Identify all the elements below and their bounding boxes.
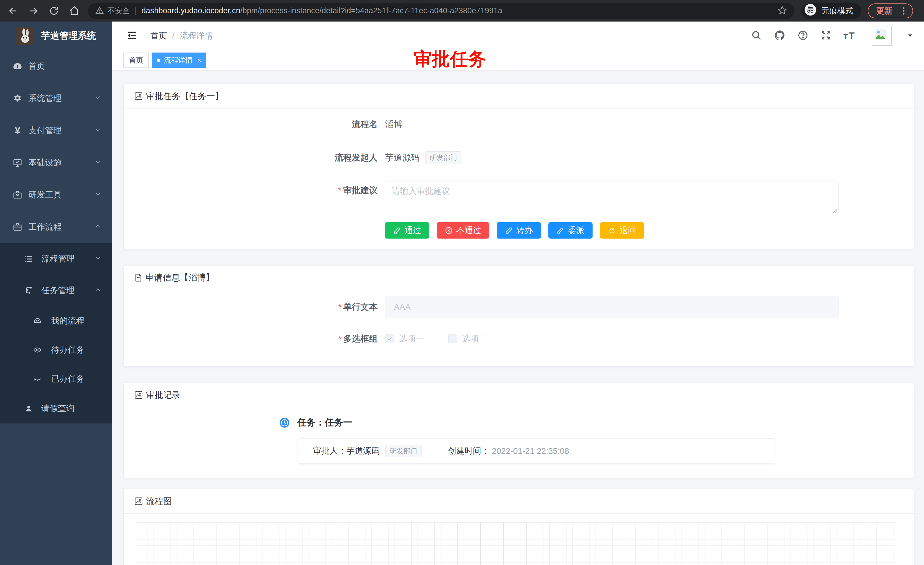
reload-icon[interactable] — [49, 6, 59, 16]
sidebar-item-todo-tasks[interactable]: 待办任务 — [0, 335, 112, 364]
sidebar-item-infra[interactable]: 基础设施 — [0, 147, 112, 179]
tab-close-icon[interactable]: × — [197, 57, 201, 64]
initiator-value: 芋道源码 研发部门 — [385, 151, 461, 164]
card-header: 审批任务【任务一】 — [124, 84, 914, 108]
security-warning-icon — [95, 6, 104, 16]
transfer-button[interactable]: 转办 — [497, 222, 541, 239]
return-button[interactable]: 退回 — [600, 222, 644, 239]
sidebar-item-label: 工作流程 — [28, 221, 62, 233]
card-title: 流程图 — [146, 496, 172, 507]
sidebar-item-label: 系统管理 — [28, 93, 62, 104]
suggestion-textarea-wrap — [385, 180, 838, 214]
forward-icon[interactable] — [28, 6, 39, 17]
sidebar-item-label: 首页 — [28, 60, 45, 72]
card-header: 审批记录 — [124, 383, 914, 407]
app-title: 芋道管理系统 — [41, 30, 96, 42]
process-diagram-card: 流程图 — [123, 489, 914, 565]
document-icon — [134, 273, 142, 282]
fullscreen-icon[interactable] — [820, 30, 831, 42]
card-header: 流程图 — [124, 489, 914, 514]
checkbox-checked-icon — [385, 335, 394, 343]
chevron-down-icon — [94, 158, 102, 168]
sidebar-item-home[interactable]: 首页 — [0, 50, 112, 83]
url-text: dashboard.yudao.iocoder.cn/bpm/process-i… — [141, 6, 502, 15]
approver-info: 审批人：芋道源码 研发部门 — [313, 445, 422, 457]
update-label: 更新 — [876, 6, 892, 17]
address-bar[interactable]: 不安全 dashboard.yudao.iocoder.cn/bpm/proce… — [88, 3, 794, 19]
avatar[interactable] — [872, 26, 892, 46]
breadcrumb-separator: / — [172, 31, 174, 41]
sidebar-item-label: 请假查询 — [41, 403, 75, 414]
page-content: 审批任务【任务一】 流程名 滔博 流程发起人 芋道源码 研发部门 — [112, 70, 924, 565]
breadcrumb: 首页 / 流程详情 — [150, 30, 213, 42]
approve-button[interactable]: 通过 — [385, 222, 429, 239]
picture-icon — [134, 391, 143, 400]
checkbox-option1[interactable]: 选项一 — [385, 333, 424, 344]
dept-tag: 研发部门 — [425, 151, 461, 164]
record-item: 审批人：芋道源码 研发部门 创建时间： 2022-01-21 22:35:08 — [298, 439, 775, 464]
sidebar-item-label: 基础设施 — [28, 157, 62, 168]
sidebar-item-label: 研发工具 — [28, 189, 62, 201]
bpmn-canvas[interactable] — [136, 522, 895, 565]
tab-home[interactable]: 首页 — [123, 53, 148, 68]
incognito-label: 无痕模式 — [821, 6, 854, 17]
sidebar-item-workflow[interactable]: 工作流程 — [0, 211, 112, 243]
card-title: 审批任务【任务一】 — [146, 90, 224, 102]
avatar-caret-icon[interactable] — [907, 32, 914, 40]
sidebar-item-label: 我的流程 — [51, 315, 84, 327]
created-time: 创建时间： 2022-01-21 22:35:08 — [448, 445, 569, 457]
sidebar-item-task-mgmt[interactable]: 任务管理 — [0, 275, 112, 307]
update-button[interactable]: 更新 — [868, 3, 913, 18]
card-title: 审批记录 — [146, 389, 180, 401]
checkbox-unchecked-icon — [448, 335, 457, 343]
chevron-down-icon — [94, 126, 102, 135]
help-icon[interactable] — [798, 30, 808, 42]
chevron-down-icon — [94, 190, 102, 200]
search-icon[interactable] — [751, 30, 762, 42]
tab-process-detail[interactable]: 流程详情 × — [152, 53, 206, 68]
annotation-text: 审批任务 — [414, 47, 486, 72]
back-icon[interactable] — [8, 6, 18, 17]
checkbox-option2[interactable]: 选项二 — [448, 333, 487, 344]
approval-records-card: 审批记录 任务：任务一 审批人：芋道源码 研发部门 创建时间： — [123, 383, 914, 478]
process-name-label: 流程名 — [124, 119, 378, 130]
tags-view-bar: 首页 流程详情 × — [112, 50, 924, 70]
toolbox-icon — [12, 190, 22, 200]
timeline-clock-icon — [279, 418, 290, 428]
breadcrumb-home[interactable]: 首页 — [150, 30, 167, 42]
sidebar-item-label: 流程管理 — [41, 253, 75, 265]
suggestion-textarea[interactable] — [386, 181, 838, 214]
browser-menu-icon[interactable] — [899, 6, 908, 16]
sidebar-item-system[interactable]: 系统管理 — [0, 83, 112, 114]
home-icon[interactable] — [69, 6, 80, 17]
sidebar-item-leave-query[interactable]: 请假查询 — [0, 393, 112, 424]
apply-info-card: 申请信息【滔博】 *单行文本 *多选框组 选项一 — [123, 265, 914, 367]
security-label: 不安全 — [107, 6, 130, 16]
tab-label: 流程详情 — [164, 56, 192, 65]
resize-grip[interactable] — [833, 209, 837, 213]
yuan-icon: ¥ — [12, 125, 22, 137]
chevron-down-icon — [94, 94, 102, 103]
reject-button[interactable]: 不通过 — [437, 222, 489, 239]
sidebar-fold-icon[interactable] — [126, 30, 138, 42]
font-size-icon[interactable]: ᴛT — [843, 30, 855, 41]
sidebar-item-my-process[interactable]: 我的流程 — [0, 307, 112, 335]
sidebar-item-devtools[interactable]: 研发工具 — [0, 179, 112, 211]
sidebar-item-label: 支付管理 — [28, 125, 62, 136]
sidebar-item-done-tasks[interactable]: 已办任务 — [0, 364, 112, 393]
monitor-icon — [12, 158, 22, 168]
bookmark-star-icon[interactable] — [777, 5, 788, 17]
list-tree-icon — [24, 255, 34, 263]
sidebar: 芋道管理系统 首页 系统管理 ¥ 支付管理 基础设施 — [0, 21, 112, 565]
approval-task-card: 审批任务【任务一】 流程名 滔博 流程发起人 芋道源码 研发部门 — [123, 84, 914, 249]
checkbox-group-label: *多选框组 — [124, 333, 378, 345]
tab-label: 首页 — [129, 56, 143, 65]
app-logo-row[interactable]: 芋道管理系统 — [0, 21, 112, 50]
text-field-input[interactable] — [385, 296, 838, 318]
browser-toolbar: 不安全 dashboard.yudao.iocoder.cn/bpm/proce… — [0, 0, 924, 21]
sidebar-item-payment[interactable]: ¥ 支付管理 — [0, 114, 112, 147]
process-name-value: 滔博 — [385, 119, 402, 130]
sidebar-item-process-mgmt[interactable]: 流程管理 — [0, 243, 112, 275]
delegate-button[interactable]: 委派 — [548, 222, 592, 239]
github-icon[interactable] — [774, 30, 785, 42]
